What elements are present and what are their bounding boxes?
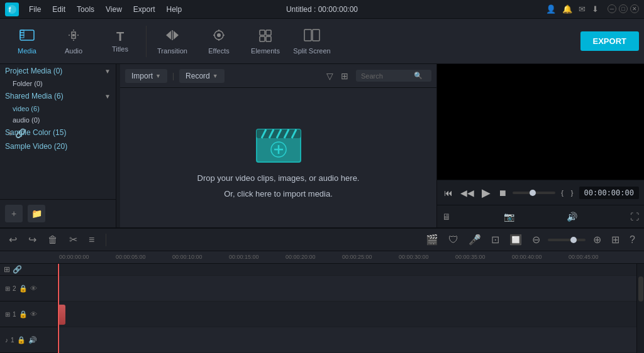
svg-rect-21 (313, 30, 319, 41)
minimize-button[interactable]: ─ (608, 4, 616, 13)
project-media-section[interactable]: Project Media (0) ▼ (0, 64, 116, 78)
folder-item[interactable]: Folder (0) (0, 78, 116, 89)
timeline-crop-button[interactable]: 🔲 (507, 232, 525, 247)
media-separator: | (172, 72, 174, 80)
project-media-label: Project Media (0) (5, 67, 62, 75)
shared-media-audio-item[interactable]: audio (0) (0, 114, 116, 126)
ruler-tick-6: 00:00:30:00 (397, 254, 454, 261)
menu-export[interactable]: Export (128, 4, 160, 15)
timeline-grid-button[interactable]: ⊞ (609, 232, 622, 247)
toolbar-effects[interactable]: Effects (197, 22, 241, 61)
menu-edit[interactable]: Edit (47, 4, 70, 15)
filter-icon[interactable]: ▽ (326, 71, 333, 81)
ruler-label-2: 00:00:10:00 (171, 254, 228, 261)
timeline-help-button[interactable]: ? (627, 233, 638, 247)
search-box[interactable]: 🔍 (356, 70, 431, 82)
preview-volume-button[interactable]: 🔊 (567, 212, 577, 222)
preview-fullscreen-button[interactable]: ⛶ (630, 212, 639, 222)
prev-play-button[interactable]: ▶ (480, 185, 492, 201)
preview-timecode: 00:00:00:00 (579, 187, 639, 199)
link-icon[interactable]: 🔗 (13, 265, 22, 274)
cut-button[interactable]: ✂ (67, 232, 80, 247)
toolbar-split-screen[interactable]: Split Screen (290, 22, 334, 61)
split-screen-icon (303, 28, 321, 45)
track-v1-eye-icon[interactable]: 👁 (30, 310, 37, 318)
delete-button[interactable]: 🗑 (45, 233, 60, 247)
timeline-camera-button[interactable]: 🎬 (423, 232, 441, 247)
close-button[interactable]: ✕ (630, 4, 639, 13)
toolbar-media[interactable]: Media (5, 22, 49, 61)
track-a1-lock-icon[interactable]: 🔒 (17, 336, 26, 344)
prev-bracket-right-button[interactable]: } (569, 188, 575, 198)
preview-progress-dot[interactable] (530, 190, 536, 196)
zoom-slider-dot[interactable] (570, 237, 577, 243)
ruler-label-3: 00:00:15:00 (228, 254, 284, 261)
timeline-shield-button[interactable]: 🛡 (446, 233, 461, 247)
notification-icon[interactable]: 🔔 (562, 4, 572, 14)
elements-label: Elements (251, 47, 280, 55)
shared-media-video-item[interactable]: video (6) (0, 103, 116, 114)
prev-bracket-left-button[interactable]: { (559, 188, 565, 198)
download-icon[interactable]: ⬇ (592, 4, 599, 14)
track-a1-sound-icon[interactable]: 🔊 (28, 336, 37, 344)
toolbar-elements[interactable]: Elements (243, 22, 287, 61)
prev-stop-button[interactable]: ⏹ (496, 187, 509, 199)
timeline-zoom-in-button[interactable]: ⊕ (591, 232, 604, 247)
timeline-zoom-out-button[interactable]: ⊖ (530, 232, 543, 247)
track-v2-eye-icon[interactable]: 👁 (30, 285, 37, 292)
timeline-section: ↩ ↪ 🗑 ✂ ≡ 🎬 🛡 🎤 ⊡ 🔲 ⊖ ⊕ ⊞ ? 00:00:00:00 (0, 227, 644, 353)
toolbar-transition[interactable]: Transition (150, 22, 194, 61)
menu-tools[interactable]: Tools (72, 4, 99, 15)
open-folder-button[interactable]: 📁 (28, 205, 45, 222)
prev-skip-back-button[interactable]: ⏮ (442, 187, 455, 199)
left-panel-footer: + 📁 (0, 199, 116, 227)
add-track-icon[interactable]: ⊞ (4, 265, 10, 274)
toolbar-titles[interactable]: T Titles (98, 22, 142, 61)
timeline-zoom-slider[interactable] (548, 239, 586, 241)
ruler-label-9: 00:00:45:00 (567, 254, 624, 261)
preview-monitor-button[interactable]: 🖥 (442, 212, 451, 222)
titlebar-left: f File Edit Tools View Export Help (5, 3, 187, 16)
sample-video-section[interactable]: Sample Video (20) (0, 139, 116, 153)
effects-label: Effects (208, 47, 229, 55)
user-icon[interactable]: 👤 (546, 4, 556, 14)
shared-media-section[interactable]: Shared Media (6) ▼ (0, 89, 116, 103)
grid-view-icon[interactable]: ⊞ (341, 71, 348, 81)
menu-view[interactable]: View (101, 4, 127, 15)
media-icon (19, 28, 35, 45)
track-label-a1: ♪ 1 🔒 🔊 (0, 327, 57, 353)
timeline-scrollbar[interactable] (638, 276, 643, 301)
playhead-line (58, 264, 59, 353)
toolbar-audio[interactable]: Audio (52, 22, 96, 61)
ruler-label-5: 00:00:25:00 (341, 254, 397, 261)
message-icon[interactable]: ✉ (579, 4, 586, 14)
maximize-button[interactable]: □ (619, 4, 628, 13)
ruler-tick-4: 00:00:20:00 (284, 254, 341, 261)
search-input[interactable] (361, 72, 411, 80)
timeline-mic-button[interactable]: 🎤 (466, 232, 484, 247)
redo-button[interactable]: ↪ (26, 232, 39, 247)
menu-file[interactable]: File (24, 4, 46, 15)
timeline-pip-button[interactable]: ⊡ (489, 232, 502, 247)
drop-zone[interactable]: Drop your video clips, images, or audio … (120, 88, 436, 227)
svg-rect-17 (266, 30, 271, 35)
new-bin-button[interactable]: + (5, 205, 23, 222)
ruler-tick-2: 00:00:10:00 (171, 254, 228, 261)
prev-rewind-button[interactable]: ◀◀ (458, 187, 476, 199)
ruler-tick-5: 00:00:25:00 (341, 254, 397, 261)
track-v2-lock-icon[interactable]: 🔒 (19, 285, 28, 293)
preview-snapshot-button[interactable]: 📷 (504, 212, 514, 222)
import-button[interactable]: Import ▼ (125, 69, 167, 83)
track-v1-lock-icon[interactable]: 🔒 (19, 310, 28, 318)
media-label: Media (18, 47, 36, 55)
preview-progress-bar[interactable] (513, 192, 555, 194)
undo-button[interactable]: ↩ (6, 232, 19, 247)
adjust-button[interactable]: ≡ (86, 233, 97, 247)
audio-icon (67, 28, 80, 45)
track-row-v2 (58, 276, 636, 301)
record-button[interactable]: Record ▼ (179, 69, 225, 83)
svg-rect-18 (260, 36, 265, 41)
export-button[interactable]: EXPORT (580, 31, 639, 51)
menu-help[interactable]: Help (162, 4, 187, 15)
media-toolbar: Import ▼ | Record ▼ ▽ ⊞ 🔍 (120, 64, 436, 88)
